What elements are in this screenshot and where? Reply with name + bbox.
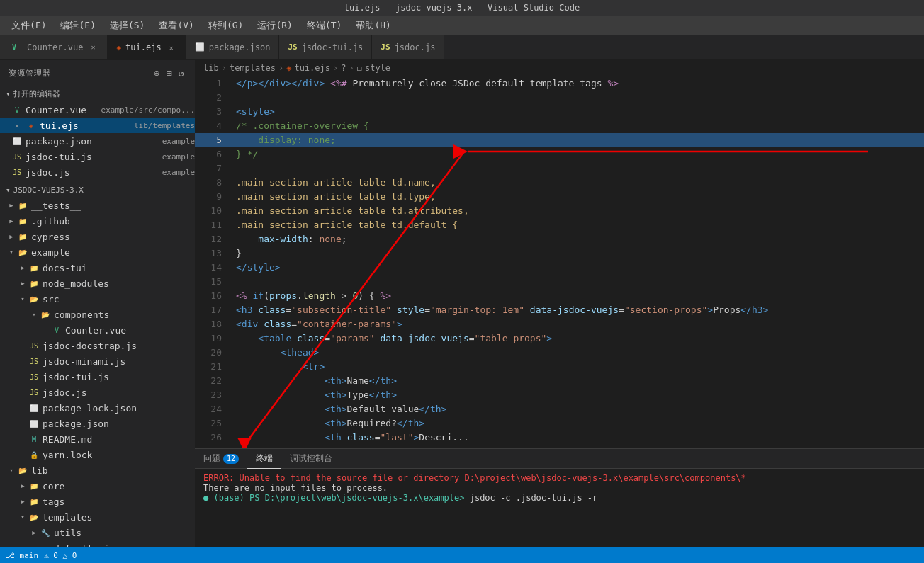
tree-jsdoc-js[interactable]: JS jsdoc.js (0, 385, 195, 400)
breadcrumb-style[interactable]: style (365, 63, 390, 73)
line-num-11: 11 (195, 218, 230, 232)
tab-tui-ejs[interactable]: ◈ tui.ejs ✕ (108, 35, 186, 59)
project-label: JSDOC-VUEJS-3.X (13, 186, 84, 195)
readme-icon: M (28, 436, 40, 443)
tree-core[interactable]: ▶ 📁 core (0, 478, 195, 494)
tree-default-ejs[interactable]: ◈ default.ejs (0, 540, 195, 547)
status-bar: ⎇ main ⚠ 0 △ 0 (0, 547, 924, 563)
line-content-17: <h3 class="subsection-title" style="marg… (230, 303, 924, 317)
line-content-14: </style> (230, 261, 924, 275)
open-editor-jsdoc-tui-js[interactable]: JS jsdoc-tui.js example (0, 149, 195, 164)
tab-tui-ejs-close[interactable]: ✕ (166, 42, 177, 53)
node-modules-label: node_modules (43, 278, 195, 289)
breadcrumb-sep-4: › (349, 63, 354, 73)
panel-tab-debug-console[interactable]: 调试控制台 (281, 449, 341, 469)
menu-bar: 文件(F) 编辑(E) 选择(S) 查看(V) 转到(G) 运行(R) 终端(T… (0, 16, 924, 35)
open-editors-section[interactable]: ▾ 打开的编辑器 (0, 86, 195, 102)
tab-counter-vue-label: Counter.vue (27, 42, 83, 52)
menu-run[interactable]: 运行(R) (252, 18, 298, 33)
line-num-7: 7 (195, 161, 230, 176)
menu-edit[interactable]: 编辑(E) (55, 18, 101, 33)
breadcrumb-templates[interactable]: templates (230, 63, 276, 73)
tree-tests[interactable]: ▶ 📁 __tests__ (0, 198, 195, 213)
tree-jsdoc-tui[interactable]: JS jsdoc-tui.js (0, 369, 195, 385)
line-content-3: <style> (230, 105, 924, 119)
breadcrumb-tui-ejs[interactable]: tui.ejs (294, 63, 330, 73)
tree-readme[interactable]: M README.md (0, 431, 195, 447)
open-editor-tui-ejs[interactable]: ✕ ◈ tui.ejs lib/templates (0, 118, 195, 133)
line-content-16: <% if(props.length > 0) { %> (230, 289, 924, 303)
tree-components[interactable]: ▾ 📂 components (0, 307, 195, 322)
tab-package-json-label: package.json (209, 42, 271, 52)
tree-cypress[interactable]: ▶ 📁 cypress (0, 229, 195, 244)
editor-area: lib › templates › ◈ tui.ejs › ? › ◻ styl… (195, 60, 924, 547)
breadcrumb-lib[interactable]: lib (203, 63, 219, 73)
breadcrumb-question[interactable]: ? (341, 63, 346, 73)
templates-label: templates (43, 512, 195, 523)
tree-utils[interactable]: ▶ 🔧 utils (0, 525, 195, 540)
menu-terminal[interactable]: 终端(T) (301, 18, 347, 33)
tab-jsdoc-js-label: jsdoc.js (395, 42, 436, 52)
tree-package-lock[interactable]: ⬜ package-lock.json (0, 400, 195, 416)
line-content-22: <th>Name</th> (230, 374, 924, 388)
tree-yarn-lock[interactable]: 🔒 yarn.lock (0, 447, 195, 462)
tab-counter-vue-close[interactable]: ✕ (87, 42, 98, 53)
code-line-11: 11 .main section article table td.defaul… (195, 218, 924, 232)
tree-src[interactable]: ▾ 📂 src (0, 291, 195, 307)
templates-arrow: ▾ (17, 513, 28, 521)
open-editor-counter-vue[interactable]: V Counter.vue example/src/compo... (0, 102, 195, 118)
sidebar-header: 资源管理器 ⊕ ⊞ ↺ (0, 60, 195, 86)
tab-jsdoc-tui-js[interactable]: JS jsdoc-tui.js (279, 35, 372, 59)
menu-select[interactable]: 选择(S) (104, 18, 150, 33)
tree-jsdoc-docstrap[interactable]: JS jsdoc-docstrap.js (0, 338, 195, 353)
tree-tags[interactable]: ▶ 📁 tags (0, 494, 195, 509)
tab-counter-vue[interactable]: V Counter.vue ✕ (0, 35, 108, 59)
new-folder-icon[interactable]: ⊞ (164, 66, 174, 80)
tree-node-modules[interactable]: ▶ 📁 node_modules (0, 275, 195, 291)
line-content-1: </p></div></div> <%# Prematurely close J… (230, 76, 924, 91)
tree-jsdoc-minami[interactable]: JS jsdoc-minami.js (0, 353, 195, 369)
tab-jsdoc-js[interactable]: JS jsdoc.js (372, 35, 444, 59)
code-editor[interactable]: 1 </p></div></div> <%# Prematurely close… (195, 76, 924, 448)
code-editor-wrapper: 1 </p></div></div> <%# Prematurely close… (195, 76, 924, 448)
project-section[interactable]: ▾ JSDOC-VUEJS-3.X (0, 183, 195, 198)
tree-package-json[interactable]: ⬜ package.json (0, 416, 195, 431)
jsdoc-js-label: jsdoc.js (43, 387, 195, 398)
menu-file[interactable]: 文件(F) (6, 18, 52, 33)
menu-view[interactable]: 查看(V) (153, 18, 199, 33)
panel-tab-terminal[interactable]: 终端 (247, 449, 281, 469)
new-file-icon[interactable]: ⊕ (152, 66, 162, 80)
refresh-icon[interactable]: ↺ (177, 66, 186, 80)
open-editor-jsdoc-js[interactable]: JS jsdoc.js example (0, 164, 195, 180)
tree-example[interactable]: ▾ 📂 example (0, 244, 195, 260)
tab-jsdoc-tui-js-label: jsdoc-tui.js (302, 42, 364, 52)
line-num-15: 15 (195, 275, 230, 289)
code-line-10: 10 .main section article table td.attrib… (195, 204, 924, 218)
line-num-1: 1 (195, 76, 230, 91)
readme-label: README.md (43, 434, 195, 445)
tree-counter-vue[interactable]: V Counter.vue (0, 322, 195, 338)
jsdoc-minami-label: jsdoc-minami.js (43, 356, 195, 367)
tab-package-json[interactable]: ⬜ package.json (186, 35, 280, 59)
tree-docs-tui[interactable]: ▶ 📁 docs-tui (0, 260, 195, 275)
tree-lib[interactable]: ▾ 📂 lib (0, 462, 195, 478)
package-json-label: package.json (43, 419, 195, 429)
open-editor-package-json[interactable]: ⬜ package.json example (0, 133, 195, 149)
tests-label: __tests__ (31, 200, 195, 211)
line-content-20: <thead> (230, 346, 924, 360)
menu-goto[interactable]: 转到(G) (203, 18, 249, 33)
tree-templates[interactable]: ▾ 📂 templates (0, 509, 195, 525)
open-editor-jsdoc-tui-js-meta: example (162, 152, 195, 161)
line-content-19: <table class="params" data-jsdoc-vuejs="… (230, 331, 924, 346)
code-line-25: 25 <th>Required?</th> (195, 416, 924, 431)
package-lock-label: package-lock.json (43, 403, 195, 414)
menu-help[interactable]: 帮助(H) (350, 18, 396, 33)
tree-github[interactable]: ▶ 📁 .github (0, 213, 195, 229)
line-num-22: 22 (195, 374, 230, 388)
title-bar: tui.ejs - jsdoc-vuejs-3.x - Visual Studi… (0, 0, 924, 16)
close-tui-ejs-icon[interactable]: ✕ (11, 120, 23, 131)
code-line-12: 12 max-width: none; (195, 232, 924, 246)
cypress-arrow: ▶ (6, 233, 17, 240)
open-editor-jsdoc-js-label: jsdoc.js (26, 167, 158, 178)
panel-tab-problems[interactable]: 问题 12 (195, 449, 247, 469)
